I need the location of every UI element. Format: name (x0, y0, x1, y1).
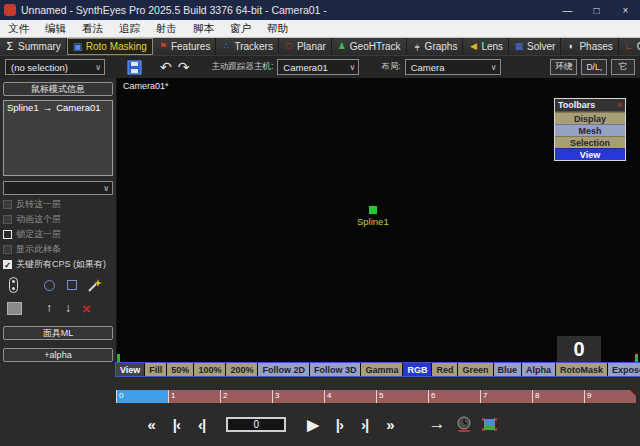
redo-button[interactable]: ↷ (178, 60, 190, 74)
checkbox-row-lock-layer[interactable]: 锁定这一层 (3, 228, 113, 240)
viewbar-green-button[interactable]: Green (458, 363, 493, 376)
rewind-button[interactable]: « (147, 417, 154, 432)
tab-roto-masking[interactable]: ▣Roto Masking (67, 38, 153, 55)
add-alpha-button[interactable]: +alpha (3, 348, 113, 362)
dl-button[interactable]: D/L, (581, 59, 607, 75)
checkbox-row-show-spline[interactable]: 显示此样条 (3, 243, 113, 255)
tab-label: Lens (481, 41, 503, 52)
checkbox-row-animate-layer[interactable]: 动画这个层 (3, 213, 113, 225)
fullscreen-image-control[interactable] (482, 418, 497, 431)
checkbox[interactable] (3, 200, 12, 209)
minimize-button[interactable]: — (553, 0, 582, 20)
save-icon[interactable] (127, 60, 142, 75)
checkbox-row-invert-layer[interactable]: 反转这一层 (3, 198, 113, 210)
tab-graphs[interactable]: •|•Graphs (407, 38, 464, 55)
timeline-cell: 4 (324, 390, 376, 403)
graphs-icon: •|• (412, 43, 422, 50)
capsule-tool-icon[interactable] (9, 277, 18, 293)
play-button[interactable]: ▶ (307, 417, 318, 432)
orbit-button[interactable]: 环绕 (550, 59, 577, 75)
close-button[interactable]: × (611, 0, 640, 20)
move-up-button[interactable]: ↑ (46, 302, 52, 314)
tab-phases[interactable]: ◐Phases (561, 38, 618, 55)
viewbar-expose-button[interactable]: Expose (608, 363, 640, 376)
toolbars-item-view[interactable]: View (555, 148, 625, 160)
viewbar-100-button[interactable]: 100% (194, 363, 226, 376)
spline-list-item[interactable]: Spline1 → Camera01 (7, 102, 109, 113)
undo-button[interactable]: ↶ (160, 60, 172, 74)
selection-dropdown[interactable]: (no selection)∨ (5, 59, 105, 75)
tab-lens[interactable]: ◀Lens (463, 38, 509, 55)
viewbar-50-button[interactable]: 50% (167, 363, 194, 376)
tracker-host-dropdown[interactable]: Camera01∨ (277, 59, 359, 75)
camera-viewport[interactable]: Camera01* Spline1 Toolbars × Display Mes… (117, 78, 640, 362)
fast-forward-button[interactable]: » (386, 417, 393, 432)
mouse-mode-info-button[interactable]: 鼠标模式信息 (3, 82, 113, 96)
menu-script[interactable]: 脚本 (185, 22, 222, 36)
viewbar-follow2d-button[interactable]: Follow 2D (258, 363, 310, 376)
tab-solver[interactable]: ▦Solver (509, 38, 561, 55)
step-back-button[interactable]: ‹| (198, 417, 205, 432)
square-tool-icon[interactable] (67, 280, 77, 290)
color-swatch[interactable] (7, 302, 22, 315)
mask-ml-button[interactable]: 面具ML (3, 326, 113, 340)
menu-edit[interactable]: 编辑 (37, 22, 74, 36)
viewbar-rotomask-button[interactable]: RotoMask (556, 363, 608, 376)
spline-tool-row (3, 276, 113, 294)
it-button[interactable]: 它 (611, 59, 635, 75)
checkbox[interactable] (3, 215, 12, 224)
tab-summary[interactable]: ΣSummary (0, 38, 67, 55)
tab-coordinates[interactable]: ∟Coordinates (619, 38, 640, 55)
main-area: 鼠标模式信息 Spline1 → Camera01 ∨ 反转这一层 动画这个层 (0, 78, 640, 362)
circle-tool-icon[interactable] (44, 280, 55, 291)
viewbar-red-button[interactable]: Red (432, 363, 458, 376)
maximize-button[interactable]: □ (582, 0, 611, 20)
layout-dropdown[interactable]: Camera∨ (405, 59, 501, 75)
menu-shot[interactable]: 射击 (148, 22, 185, 36)
selection-dropdown-value: (no selection) (11, 62, 68, 73)
goto-frame-arrow-icon[interactable]: → (429, 414, 446, 434)
toolbars-panel-header[interactable]: Toolbars × (555, 99, 625, 112)
menu-help[interactable]: 帮助 (259, 22, 296, 36)
viewbar-200-button[interactable]: 200% (226, 363, 258, 376)
menu-track[interactable]: 追踪 (111, 22, 148, 36)
frame-number-display: 0 (557, 336, 601, 362)
timeline-tick-label: 7 (483, 391, 487, 400)
menu-view[interactable]: 看法 (74, 22, 111, 36)
viewbar-blue-button[interactable]: Blue (494, 363, 523, 376)
playback-timing-control[interactable] (457, 416, 472, 433)
toolbars-item-display[interactable]: Display (555, 112, 625, 124)
viewbar-rgb-button[interactable]: RGB (403, 363, 432, 376)
tab-geohtrack[interactable]: ♟GeoHTrack (332, 38, 407, 55)
tab-features[interactable]: ⚑Features (153, 38, 216, 55)
checkbox[interactable] (3, 230, 12, 239)
menu-window[interactable]: 窗户 (222, 22, 259, 36)
bottom-area: View Fill 50% 100% 200% Follow 2D Follow… (0, 362, 640, 446)
menu-file[interactable]: 文件 (0, 22, 37, 36)
close-icon[interactable]: × (617, 100, 622, 110)
step-forward-button[interactable]: |› (336, 417, 343, 432)
viewbar-gamma-button[interactable]: Gamma (361, 363, 403, 376)
checkbox[interactable] (3, 245, 12, 254)
checkbox-row-key-all-cps[interactable]: ✓ 关键所有CPS (如果有) (3, 258, 113, 270)
checkbox-checked[interactable]: ✓ (3, 260, 12, 269)
go-to-end-button[interactable]: ›| (361, 417, 368, 432)
spline-control-point[interactable] (369, 206, 377, 214)
toolbars-item-selection[interactable]: Selection (555, 136, 625, 148)
spline-list[interactable]: Spline1 → Camera01 (3, 100, 113, 176)
tab-trackers[interactable]: ∴Trackers (216, 38, 279, 55)
viewbar-fill-button[interactable]: Fill (145, 363, 167, 376)
go-to-start-button[interactable]: |‹ (173, 417, 180, 432)
move-down-button[interactable]: ↓ (65, 302, 71, 314)
layer-dropdown[interactable]: ∨ (3, 181, 113, 195)
timeline-scrubber[interactable]: 0 1 2 3 4 5 6 7 8 9 (115, 389, 637, 404)
viewbar-follow3d-button[interactable]: Follow 3D (310, 363, 362, 376)
viewbar-alpha-button[interactable]: Alpha (522, 363, 556, 376)
magic-wand-icon[interactable] (87, 278, 102, 293)
viewbar-view-button[interactable]: View (116, 363, 145, 376)
toolbars-item-mesh[interactable]: Mesh (555, 124, 625, 136)
delete-button[interactable]: × (82, 301, 91, 316)
frame-counter-field[interactable]: 0 (226, 417, 286, 432)
tab-planar[interactable]: □Planar (279, 38, 332, 55)
tab-label: Summary (18, 41, 61, 52)
